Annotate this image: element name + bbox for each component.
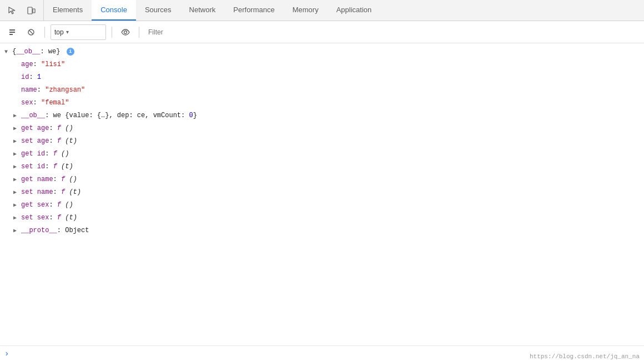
context-selector[interactable]: top ▾ [51,24,106,40]
tab-memory[interactable]: Memory [284,0,328,21]
tab-performance[interactable]: Performance [224,0,283,21]
field-id: ▶ id : 1 [9,71,644,84]
toolbar-divider-3 [139,27,139,38]
filter-input[interactable] [145,24,640,40]
get-name[interactable]: ▶ get name : f () [9,173,644,186]
info-icon[interactable]: i [67,48,74,56]
console-content: ▼ {__ob__: we} i ▶ age : "lisi" ▶ id : 1… [0,43,644,239]
bottom-url: https://blog.csdn.net/jq_an_na [530,353,640,360]
get-age[interactable]: ▶ get age : f () [9,122,644,135]
execute-context-btn[interactable] [4,24,20,40]
toolbar-divider-1 [44,27,45,38]
device-toggle-btn[interactable] [23,3,39,18]
toolbar-divider-2 [112,27,112,38]
root-obj-label: {__ob__: we} i [12,46,74,57]
proto-line[interactable]: ▶ __proto__ : Object [9,224,644,237]
set-name-arrow[interactable]: ▶ [13,187,21,198]
devtools-icon-group [0,0,44,21]
svg-rect-1 [33,9,35,13]
get-id-arrow[interactable]: ▶ [13,149,21,160]
collapsed-ob[interactable]: ▶ __ob__ : we {value: {…}, dep: ce, vmCo… [9,109,644,122]
set-sex[interactable]: ▶ set sex : f (t) [9,212,644,224]
proto-arrow[interactable]: ▶ [13,225,21,237]
chevron-down-icon: ▾ [66,29,69,35]
svg-marker-2 [9,29,15,31]
svg-rect-0 [28,7,32,14]
prompt-arrow-icon: › [4,349,9,358]
console-area: ▼ {__ob__: we} i ▶ age : "lisi" ▶ id : 1… [0,43,644,361]
set-name[interactable]: ▶ set name : f (t) [9,186,644,199]
tab-bar: Elements Console Sources Network Perform… [0,0,644,21]
set-id-arrow[interactable]: ▶ [13,162,21,173]
set-sex-arrow[interactable]: ▶ [13,213,21,224]
get-name-arrow[interactable]: ▶ [13,174,21,185]
cursor-icon-btn[interactable] [4,3,20,18]
get-sex[interactable]: ▶ get sex : f () [9,199,644,212]
field-sex: ▶ sex : "femal" [9,97,644,109]
field-name: ▶ name : "zhangsan" [9,84,644,97]
svg-line-6 [29,30,33,34]
set-age-arrow[interactable]: ▶ [13,136,21,147]
tab-console[interactable]: Console [92,0,136,21]
get-sex-arrow[interactable]: ▶ [13,200,21,211]
svg-marker-3 [9,32,15,33]
tab-sources[interactable]: Sources [136,0,180,21]
context-select-input[interactable]: top [54,28,64,36]
set-age[interactable]: ▶ set age : f (t) [9,135,644,148]
clear-console-btn[interactable] [23,24,39,40]
field-age: ▶ age : "lisi" [9,58,644,71]
root-expand-arrow[interactable]: ▼ [4,47,12,58]
svg-marker-4 [9,34,13,35]
console-toolbar: top ▾ [0,21,644,43]
eye-btn[interactable] [118,24,133,40]
tab-application[interactable]: Application [328,0,381,21]
get-id[interactable]: ▶ get id : f () [9,148,644,161]
ob-expand-arrow[interactable]: ▶ [13,111,21,122]
tab-network[interactable]: Network [180,0,225,21]
svg-point-7 [124,31,127,33]
get-age-arrow[interactable]: ▶ [13,123,21,134]
tab-elements[interactable]: Elements [44,0,92,21]
root-obj-line[interactable]: ▼ {__ob__: we} i [0,46,644,58]
set-id[interactable]: ▶ set id : f (t) [9,161,644,173]
